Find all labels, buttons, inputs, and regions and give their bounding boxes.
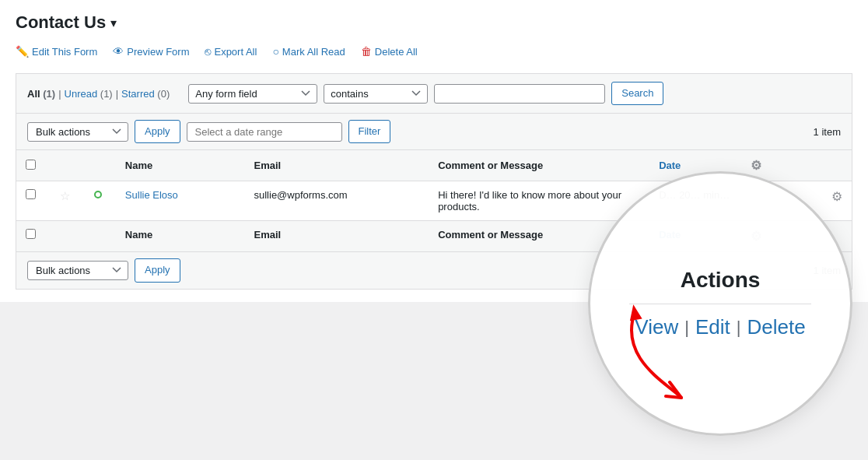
- bottom-toolbar: Bulk actions Apply 1 item: [16, 252, 852, 289]
- footer-check-cell: [16, 221, 51, 252]
- row-gear-icon[interactable]: ⚙: [831, 189, 842, 204]
- bulk-actions-select-top[interactable]: Bulk actions: [27, 122, 128, 142]
- overlay-view-link[interactable]: View: [635, 315, 678, 339]
- overlay-actions-links: View | Edit | Delete: [635, 315, 805, 339]
- entry-name-link[interactable]: Sullie Eloso: [125, 189, 178, 201]
- chevron-down-icon[interactable]: ▾: [110, 16, 117, 30]
- row-name-cell: Sullie Eloso: [116, 181, 245, 221]
- entries-table: Name Email Comment or Message Date ⚙: [16, 149, 852, 252]
- svg-marker-0: [627, 304, 642, 321]
- apply-button-top[interactable]: Apply: [135, 120, 180, 143]
- condition-select[interactable]: contains does not contain is is not: [324, 84, 428, 104]
- col-header-message: Comment or Message: [429, 150, 649, 181]
- action-links-bar: ✏️ Edit This Form 👁 Preview Form ⎋ Expor…: [16, 42, 852, 61]
- col-header-email: Email: [245, 150, 429, 181]
- tab-all[interactable]: All (1): [27, 88, 55, 100]
- row-email-cell: sullie@wpforms.com: [245, 181, 429, 221]
- preview-form-link[interactable]: 👁 Preview Form: [105, 42, 197, 61]
- delete-all-link[interactable]: 🗑 Delete All: [353, 42, 425, 61]
- search-input[interactable]: [434, 84, 605, 104]
- row-message-cell: Hi there! I'd like to know more about yo…: [429, 181, 649, 221]
- col-header-date: Date: [649, 150, 741, 181]
- footer-message-header: Comment or Message: [429, 221, 649, 252]
- col-header-actions: ⚙: [741, 150, 852, 181]
- row-checkbox[interactable]: [26, 189, 36, 199]
- export-all-link[interactable]: ⎋ Export All: [197, 42, 264, 61]
- footer-indicators: [51, 221, 116, 252]
- gear-icon[interactable]: ⚙: [751, 159, 761, 172]
- export-icon: ⎋: [205, 45, 211, 58]
- row-star-cell: ☆: [51, 181, 85, 221]
- mark-all-read-link[interactable]: ○ Mark All Read: [264, 42, 352, 61]
- edit-form-link[interactable]: ✏️ Edit This Form: [16, 42, 105, 61]
- filter-tabs: All (1) | Unread (1) | Starred (0): [27, 88, 170, 100]
- table-footer-row: Name Email Comment or Message Date ⚙: [16, 221, 852, 252]
- footer-email-header: Email: [245, 221, 429, 252]
- footer-select-all-checkbox[interactable]: [26, 229, 36, 239]
- edit-icon: ✏️: [16, 45, 29, 58]
- trash-icon: 🗑: [361, 45, 372, 58]
- footer-date-header: Date: [649, 221, 741, 252]
- item-count-top: 1 item: [814, 126, 841, 138]
- footer-gear-icon[interactable]: ⚙: [751, 230, 761, 243]
- filter-bar: All (1) | Unread (1) | Starred (0) Any f…: [16, 73, 852, 113]
- col-header-name: Name: [116, 150, 245, 181]
- circle-icon: ○: [272, 45, 278, 58]
- date-range-input[interactable]: [187, 122, 342, 142]
- row-checkbox-cell: [16, 181, 51, 221]
- select-all-checkbox[interactable]: [26, 160, 36, 170]
- tab-unread[interactable]: Unread (1): [65, 88, 113, 100]
- row-actions-cell: ⚙: [741, 181, 852, 221]
- apply-button-bottom[interactable]: Apply: [135, 258, 180, 282]
- star-icon[interactable]: ☆: [60, 189, 70, 202]
- table-row: ☆ Sullie Eloso sullie@wpforms.com Hi the…: [16, 181, 852, 221]
- filter-button[interactable]: Filter: [348, 120, 391, 143]
- footer-actions-header: ⚙: [741, 221, 852, 252]
- overlay-delete-link[interactable]: Delete: [747, 315, 805, 339]
- overlay-edit-link[interactable]: Edit: [695, 315, 730, 339]
- eye-icon: 👁: [113, 45, 124, 58]
- search-button[interactable]: Search: [611, 82, 663, 105]
- row-date-cell: D… 20… min…: [649, 181, 741, 221]
- row-read-cell: [85, 181, 116, 221]
- page-header: Contact Us ▾: [16, 12, 852, 33]
- footer-name-header: Name: [116, 221, 245, 252]
- item-count-bottom: 1 item: [814, 265, 841, 276]
- tab-starred[interactable]: Starred (0): [121, 88, 170, 100]
- page-title: Contact Us: [16, 12, 106, 33]
- annotation-arrow: [557, 289, 712, 413]
- form-field-select[interactable]: Any form field Name Email Comment or Mes…: [188, 84, 317, 104]
- bulk-actions-select-bottom[interactable]: Bulk actions: [27, 261, 128, 280]
- col-header-check: [16, 150, 51, 181]
- read-indicator[interactable]: [94, 191, 102, 198]
- col-header-indicators: [51, 150, 116, 181]
- top-toolbar: Bulk actions Apply Filter 1 item: [16, 113, 852, 149]
